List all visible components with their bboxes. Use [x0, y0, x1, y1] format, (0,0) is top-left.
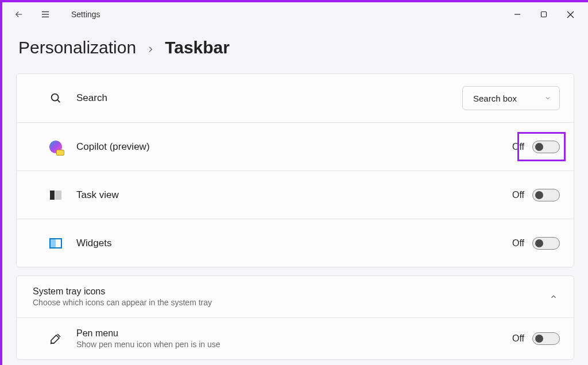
breadcrumb-current: Taskbar	[165, 38, 230, 57]
row-widgets: Widgets Off	[17, 219, 574, 267]
widgets-toggle[interactable]	[532, 237, 560, 250]
search-mode-value: Search box	[473, 94, 517, 103]
pen-toggle[interactable]	[532, 332, 560, 345]
svg-rect-0	[541, 12, 547, 17]
widgets-icon	[48, 235, 64, 251]
minimize-button[interactable]	[504, 3, 531, 25]
system-tray-subtitle: Choose which icons can appear in the sys…	[33, 298, 550, 307]
system-tray-title: System tray icons	[33, 286, 550, 297]
taskview-icon	[48, 187, 64, 203]
svg-point-1	[52, 94, 59, 101]
row-pen-state: Off	[512, 333, 524, 344]
close-button[interactable]	[557, 3, 583, 25]
row-copilot: Copilot (preview) Off	[17, 122, 574, 170]
breadcrumb: Personalization Taskbar	[2, 26, 588, 73]
app-title: Settings	[71, 10, 100, 19]
row-widgets-label: Widgets	[76, 238, 512, 249]
row-pen-label: Pen menu	[76, 328, 512, 339]
taskview-toggle[interactable]	[532, 189, 560, 201]
row-pen-menu: Pen menu Show pen menu icon when pen is …	[17, 318, 574, 359]
row-taskview-state: Off	[512, 190, 524, 200]
system-tray-section: System tray icons Choose which icons can…	[16, 275, 574, 360]
chevron-up-icon	[550, 293, 558, 301]
system-tray-header[interactable]: System tray icons Choose which icons can…	[17, 276, 574, 318]
menu-button[interactable]	[39, 8, 52, 21]
maximize-button[interactable]	[531, 3, 557, 25]
breadcrumb-parent[interactable]: Personalization	[18, 38, 136, 57]
pen-icon	[48, 331, 64, 347]
row-copilot-label: Copilot (preview)	[76, 141, 512, 153]
row-taskview: Task view Off	[17, 170, 574, 219]
search-icon	[48, 90, 64, 106]
chevron-down-icon	[544, 95, 551, 102]
row-widgets-state: Off	[512, 238, 524, 248]
taskbar-items-panel: Search Search box Copilot (preview) Off …	[16, 73, 574, 267]
highlight-box	[517, 132, 566, 161]
row-taskview-label: Task view	[76, 189, 512, 201]
chevron-right-icon	[146, 45, 154, 53]
titlebar: Settings	[2, 2, 588, 26]
copilot-icon	[48, 139, 64, 155]
back-button[interactable]	[13, 8, 25, 21]
row-search-label: Search	[76, 92, 462, 104]
row-search: Search Search box	[17, 74, 574, 122]
search-mode-dropdown[interactable]: Search box	[462, 86, 560, 110]
row-pen-subtitle: Show pen menu icon when pen is in use	[76, 340, 512, 349]
